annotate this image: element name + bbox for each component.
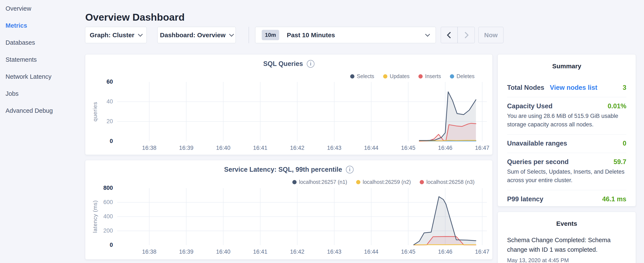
x-axis-tick: 16:46 [430,145,460,151]
legend-item: localhost:26258 (n3) [420,179,474,185]
summary-rows: Total NodesView nodes list3Capacity Used… [498,84,636,203]
chevron-left-icon [447,32,453,38]
legend-item: localhost:26259 (n2) [356,179,411,185]
events-list: Schema Change Completed: Schema change w… [498,235,636,263]
x-axis-tick: 16:40 [208,248,238,255]
legend-label: Updates [390,73,410,79]
chart-plot-area[interactable] [85,55,493,155]
chart-title: Service Latency: SQL, 99th percentile [224,166,342,173]
time-range-label: Past 10 Minutes [287,32,335,39]
x-axis-tick: 16:39 [171,145,201,151]
service-latency-chart-card: Service Latency: SQL, 99th percentileilo… [85,160,492,259]
legend-item: Inserts [418,73,441,79]
sidebar-item-advanced-debug[interactable]: Advanced Debug [0,102,83,119]
now-button-label: Now [484,32,498,39]
info-icon[interactable]: i [307,60,314,68]
x-axis-tick: 16:43 [319,248,349,255]
dashboard-dropdown[interactable]: Dashboard: Overview [157,27,236,43]
next-time-button[interactable] [458,27,474,43]
chart-title: SQL Queries [263,60,303,68]
y-axis-tick: 400 [96,213,113,220]
sidebar: OverviewMetricsDatabasesStatementsNetwor… [0,0,83,263]
summary-row-subtext: Sum of Selects, Updates, Inserts, and De… [507,167,626,184]
x-axis-tick: 16:45 [393,145,423,151]
time-range-badge: 10m [262,30,279,40]
legend-dot-icon [356,180,360,184]
legend-item: Deletes [450,73,474,79]
y-axis-tick: 0 [96,242,113,248]
y-axis-tick: 800 [96,185,113,191]
x-axis-tick: 16:38 [134,248,164,255]
page-title: Overview Dashboard [85,11,185,23]
overview-dashboard-page: { "page": { "title": "Overview Dashboard… [0,0,644,263]
legend-label: localhost:26258 (n3) [426,179,474,185]
summary-row: P99 latency46.1 ms [507,195,626,203]
divider [507,190,626,190]
events-title: Events [498,220,636,227]
legend-label: localhost:26257 (n1) [299,179,347,185]
legend-dot-icon [420,180,424,184]
view-nodes-list-link[interactable]: View nodes list [550,84,597,92]
y-axis-tick: 0 [96,138,113,144]
divider [507,97,626,97]
legend-label: Deletes [456,73,474,79]
graph-dropdown[interactable]: Graph: Cluster [85,27,147,43]
summary-row-value: 59.7 [614,158,626,166]
event-timestamp: May 13, 2020 at 4:45 PM [507,257,626,263]
graph-dropdown-label: Graph: Cluster [90,32,134,39]
summary-row: Queries per second59.7 [507,158,626,166]
time-range-selector[interactable]: 10m Past 10 Minutes [255,27,436,43]
x-axis-tick: 16:44 [356,248,386,255]
chart-legend: localhost:26257 (n1)localhost:26259 (n2)… [292,179,474,185]
y-axis-tick: 20 [96,118,113,125]
toolbar-divider [248,27,249,43]
sql-queries-chart-card: SQL QueriesiSelectsUpdatesInsertsDeletes… [85,54,492,155]
legend-label: localhost:26259 (n2) [363,179,411,185]
x-axis-tick: 16:47 [467,248,497,255]
y-axis-tick: 60 [96,79,113,85]
time-step-buttons [441,27,475,43]
sidebar-item-jobs[interactable]: Jobs [0,85,83,102]
legend-item: localhost:26257 (n1) [292,179,347,185]
summary-row: Capacity Used0.01% [507,102,626,110]
x-axis-tick: 16:41 [245,145,275,151]
event-message: Schema Change Completed: Schema change w… [507,235,626,254]
now-button[interactable]: Now [478,27,504,43]
legend-dot-icon [292,180,296,184]
x-axis-tick: 16:39 [171,248,201,255]
x-axis-tick: 16:44 [356,145,386,151]
legend-dot-icon [383,74,388,79]
summary-row-value: 0.01% [608,102,626,110]
sidebar-item-network-latency[interactable]: Network Latency [0,68,83,85]
y-axis-label: latency (ms) [92,191,98,242]
x-axis-tick: 16:45 [393,248,423,255]
summary-panel: Summary Total NodesView nodes list3Capac… [498,54,636,206]
chevron-down-icon [229,32,234,37]
summary-row-label: Queries per second [507,158,568,166]
sidebar-item-statements[interactable]: Statements [0,51,83,68]
legend-dot-icon [350,74,354,79]
chart-title-row: SQL Queriesi [85,60,492,68]
info-icon[interactable]: i [346,166,354,173]
x-axis-tick: 16:42 [282,145,312,151]
summary-row-label: Capacity Used [507,102,552,110]
summary-row-value: 46.1 ms [602,195,626,203]
prev-time-button[interactable] [441,27,458,43]
legend-label: Inserts [425,73,441,79]
x-axis-tick: 16:40 [208,145,238,151]
events-panel: Events Schema Change Completed: Schema c… [498,212,636,263]
chevron-right-icon [462,32,468,38]
summary-row-label: Unavailable ranges [507,140,567,147]
sidebar-item-overview[interactable]: Overview [0,0,83,17]
summary-row-value: 0 [623,140,626,147]
legend-item: Selects [350,73,374,79]
sidebar-item-databases[interactable]: Databases [0,34,83,51]
y-axis-label: queries [92,86,98,137]
summary-row-subtext: You are using 28.6 MiB of 515.9 GiB usab… [507,112,626,129]
summary-row: Unavailable ranges0 [507,140,626,147]
chevron-down-icon [425,32,430,37]
chart-legend: SelectsUpdatesInsertsDeletes [350,73,474,79]
summary-row-label: P99 latency [507,195,544,203]
chart-plot-area[interactable] [85,160,493,260]
sidebar-item-metrics[interactable]: Metrics [0,17,83,34]
